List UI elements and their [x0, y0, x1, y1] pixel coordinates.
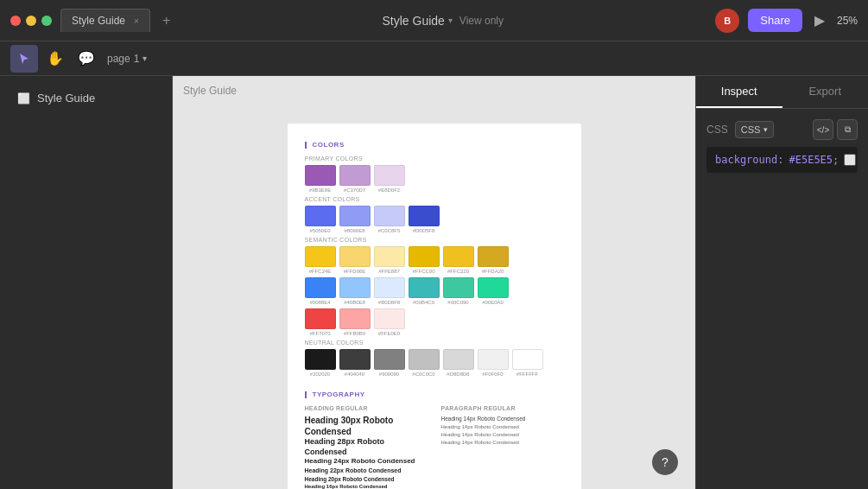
minimize-window-btn[interactable] — [26, 16, 36, 26]
accent-colors-label: ACCENT COLORS — [305, 196, 564, 202]
list-item: #404040 — [339, 349, 371, 377]
top-bar-right: B Share ▶ 25% — [715, 9, 858, 33]
swatch-label: #FFC24E — [309, 269, 332, 274]
color-swatch-box — [478, 349, 509, 370]
swatch-label: #F0F0F0 — [482, 372, 503, 377]
color-swatch-box — [305, 165, 336, 186]
list-item: #8090E8 — [339, 206, 371, 233]
hand-icon: ✋ — [47, 50, 64, 67]
tab-close-btn[interactable]: × — [134, 16, 139, 26]
neutral-colors-label: NEUTRAL COLORS — [305, 340, 564, 346]
right-sidebar-tabs: Inspect Export — [696, 76, 868, 109]
list-item: #9B3E9E — [305, 165, 336, 193]
list-item: #C0C0C0 — [409, 349, 440, 377]
list-item: #FFD06E — [339, 246, 371, 274]
color-swatch-box — [305, 277, 336, 298]
list-item: #5050E0 — [305, 206, 336, 233]
swatch-label: #FFE887 — [378, 269, 400, 274]
css-value-display: background: #E5E5E5; — [706, 147, 858, 173]
main-tab[interactable]: Style Guide × — [60, 9, 150, 32]
share-button[interactable]: Share — [748, 9, 802, 32]
swatch-label: #00B4C0 — [413, 300, 434, 305]
swatch-label: #FFFFFF — [516, 372, 538, 377]
close-window-btn[interactable] — [10, 16, 21, 26]
tab-export[interactable]: Export — [782, 76, 869, 108]
color-swatch-box — [339, 308, 371, 329]
css-format-row: CSS CSS ▾ </> ⧉ — [706, 119, 858, 140]
color-swatch-box — [409, 277, 440, 298]
swatch-label: #FFCC00 — [412, 269, 434, 274]
css-code-btn[interactable]: </> — [813, 119, 833, 140]
css-color-preview[interactable] — [844, 154, 856, 166]
copy-icon: ⧉ — [845, 124, 851, 135]
canvas-area[interactable]: Style Guide COLORS PRIMARY COLORS #9B3E9… — [173, 76, 695, 489]
swatch-label: #0088E4 — [309, 300, 330, 305]
css-hex-value: #E5E5E5; — [789, 154, 839, 166]
left-sidebar: ⬜ Style Guide — [0, 76, 173, 489]
colors-header-label: COLORS — [313, 141, 345, 149]
section-bar-typo — [305, 391, 307, 398]
heading-h1: Heading 30px Roboto Condensed — [305, 415, 428, 437]
swatch-label: #FFD06E — [344, 269, 366, 274]
color-swatch-box — [374, 349, 405, 370]
page-number: 1 — [134, 53, 140, 65]
color-swatch-box — [443, 277, 474, 298]
swatch-label: #8090E8 — [344, 228, 364, 233]
play-icon[interactable]: ▶ — [811, 9, 828, 32]
sidebar-item-style-guide[interactable]: ⬜ Style Guide — [10, 86, 162, 110]
list-item: #FFC220 — [443, 246, 474, 274]
swatch-label: #C0C8F5 — [378, 228, 401, 233]
page-chevron-icon: ▾ — [143, 54, 147, 63]
list-item: #FFE887 — [374, 246, 405, 274]
swatch-label: #E8D0F2 — [378, 187, 400, 193]
list-item: #FFCC00 — [409, 246, 440, 274]
color-swatch-box — [512, 349, 543, 370]
swatch-label: #909090 — [379, 372, 399, 377]
window-controls — [10, 16, 52, 26]
new-tab-btn[interactable]: + — [162, 13, 170, 29]
semantic-yellow-row: #FFC24E #FFD06E #FFE887 #FFCC00 #FFC220 — [305, 246, 564, 274]
color-swatch-box — [409, 246, 440, 267]
list-item: #909090 — [374, 349, 405, 377]
para-body-2: Heading 14px Roboto Condensed — [441, 423, 564, 431]
select-tool[interactable] — [10, 45, 38, 73]
title-chevron-icon: ▾ — [448, 16, 453, 25]
color-swatch-box — [339, 165, 371, 186]
comment-tool[interactable]: 💬 — [73, 45, 100, 73]
swatch-label: #40B0E8 — [344, 300, 365, 305]
css-format-select[interactable]: CSS ▾ — [735, 121, 775, 138]
semantic-red-row: #FF7070 #FFB0B0 #FFE0E0 — [305, 308, 564, 336]
frame-icon: ⬜ — [17, 92, 30, 105]
list-item: #F0F0F0 — [478, 349, 509, 377]
heading-h3: Heading 24px Roboto Condensed — [305, 457, 428, 466]
list-item: #FFFFFF — [512, 349, 543, 377]
paragraph-regular-col: PARAGRAPH REGULAR Heading 14px Roboto Co… — [441, 405, 564, 489]
tab-inspect[interactable]: Inspect — [696, 76, 782, 108]
list-item: #00C090 — [443, 277, 474, 305]
title-dropdown[interactable]: Style Guide ▾ — [382, 14, 452, 28]
help-button[interactable]: ? — [652, 449, 678, 475]
color-swatch-box — [339, 246, 371, 267]
swatch-label: #C0C0C0 — [412, 372, 434, 377]
swatch-label: #D8D8D8 — [447, 372, 469, 377]
css-action-icons: </> ⧉ — [813, 119, 858, 140]
avatar: B — [715, 9, 739, 33]
list-item: #00B4C0 — [409, 277, 440, 305]
code-icon: </> — [817, 125, 829, 135]
top-bar: Style Guide × + Style Guide ▾ View only … — [0, 0, 868, 41]
top-bar-center: Style Guide ▾ View only — [382, 14, 504, 28]
color-swatch-box — [374, 206, 405, 226]
maximize-window-btn[interactable] — [41, 16, 52, 26]
heading-h5: Heading 20px Roboto Condensed — [305, 475, 428, 483]
swatch-label: #202020 — [310, 372, 330, 377]
hand-tool[interactable]: ✋ — [41, 45, 69, 73]
heading-regular-label: HEADING REGULAR — [305, 405, 428, 411]
color-swatch-box — [305, 308, 336, 329]
tab-label: Style Guide — [72, 15, 125, 27]
list-item: #0088E4 — [305, 277, 336, 305]
swatch-label: #D0D5F8 — [413, 228, 435, 233]
main-area: ⬜ Style Guide Style Guide COLORS PRIMARY… — [0, 76, 868, 489]
color-swatch-box — [443, 349, 474, 370]
typography-columns: HEADING REGULAR Heading 30px Roboto Cond… — [305, 405, 564, 489]
css-copy-btn[interactable]: ⧉ — [837, 119, 858, 140]
